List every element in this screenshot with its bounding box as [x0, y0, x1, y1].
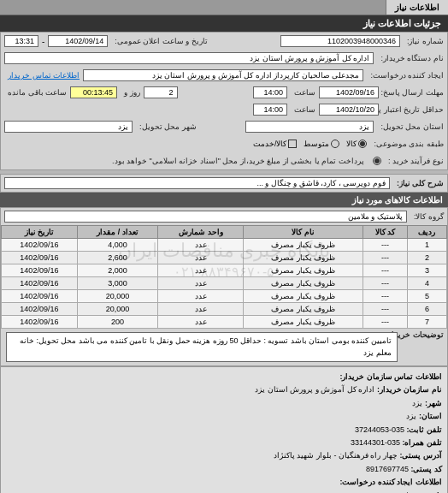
process-value: پرداخت تمام یا بخشی از مبلغ خرید،از محل … — [109, 157, 364, 165]
table-cell: --- — [363, 290, 407, 303]
table-cell: 200 — [77, 316, 158, 329]
table-row[interactable]: 7---ظروف یکبار مصرفعدد2001402/09/16 — [2, 316, 447, 329]
footer-fax: 035-33144301 — [351, 438, 400, 447]
datetime-label: تاریخ و ساعت اعلان عمومی: — [111, 37, 208, 45]
table-cell: عدد — [158, 303, 244, 316]
table-cell: 1 — [407, 239, 446, 252]
table-cell: 1402/09/16 — [2, 290, 78, 303]
summary-label: شرح کلی نیاز: — [393, 179, 444, 187]
tab-need-info[interactable]: اطلاعات نیاز — [386, 0, 448, 15]
table-header: کد کالا — [363, 226, 407, 239]
group-label: گروه کالا: — [410, 212, 444, 221]
table-cell: ظروف یکبار مصرف — [244, 316, 363, 329]
footer-city: یزد — [412, 399, 422, 407]
footer-phone-label: تلفن ثابت: — [407, 425, 443, 434]
radio-medium[interactable]: متوسط — [304, 140, 339, 148]
city-label: شهر محل تحویل: — [136, 122, 197, 131]
buyer-value: اداره کل آموزش و پرورش استان یزد — [4, 52, 374, 64]
validity-time: 14:00 — [253, 104, 287, 116]
main-form: شماره نیاز: 1102003948000346 تاریخ و ساع… — [0, 32, 448, 170]
category-label: طبقه بندی موضوعی: — [370, 140, 444, 148]
table-cell: 1402/09/16 — [2, 264, 78, 277]
process-label: نوع فرآیند خرید : — [385, 157, 444, 165]
table-row[interactable]: 1---ظروف یکبار مصرفعدد4,0001402/09/16 — [2, 239, 447, 252]
announce-time: 13:31 — [4, 35, 38, 47]
group-value: پلاستیک و ملامین — [4, 211, 407, 223]
footer-org-label: نام سازمان خریدار: — [377, 385, 442, 394]
table-cell: ظروف یکبار مصرف — [244, 239, 363, 252]
table-header: ردیف — [407, 226, 446, 239]
buyer-contact-link[interactable]: اطلاعات تماس خریدار — [4, 71, 80, 80]
table-header: تاریخ نیاز — [2, 226, 78, 239]
table-cell: ظروف یکبار مصرف — [244, 277, 363, 290]
footer-province-label: استان: — [419, 412, 442, 420]
check-service-label: کالا/خدمت — [253, 140, 287, 148]
footer-postal-label: کد پستی: — [411, 465, 443, 473]
table-cell: ظروف یکبار مصرف — [244, 264, 363, 277]
remain-time: 00:13:45 — [70, 86, 117, 98]
footer-province: یزد — [406, 412, 416, 420]
footer-address: چهار راه فرهنگیان - بلوار شهید پاکنژاد — [274, 451, 398, 460]
table-row[interactable]: 6---ظروف یکبار مصرفعدد20,0001402/09/16 — [2, 303, 447, 316]
requester-label: ایجاد کننده درخواست: — [367, 71, 444, 80]
buyer-label: نام دستگاه خریدار: — [377, 54, 444, 62]
province-label: استان محل تحویل: — [377, 122, 444, 131]
radio-icon — [358, 140, 367, 148]
summary-value: فوم دوپرسی ، کارد، قاشق و چنگال و ... — [4, 177, 390, 189]
table-cell: 20,000 — [77, 303, 158, 316]
table-cell: --- — [363, 264, 407, 277]
deadline-time: 14:00 — [253, 86, 287, 98]
province-value: یزد — [245, 121, 374, 133]
remain-days: 2 — [144, 86, 178, 98]
table-cell: ظروف یکبار مصرف — [244, 303, 363, 316]
footer-section: اطلاعات تماس سازمان خریدار: نام سازمان خ… — [0, 366, 448, 493]
table-cell: 7 — [407, 316, 446, 329]
table-cell: ظروف یکبار مصرف — [244, 290, 363, 303]
table-cell: 1402/09/16 — [2, 303, 78, 316]
table-cell: --- — [363, 303, 407, 316]
table-cell: عدد — [158, 290, 244, 303]
radio-goods[interactable]: کالا — [346, 140, 367, 148]
deadline-label: مهلت ارسال پاسخ: تا تاریخ: — [382, 88, 444, 97]
announce-date: 1402/09/14 — [48, 35, 108, 47]
table-cell: 4 — [407, 277, 446, 290]
radio-medium-label: متوسط — [304, 140, 329, 148]
footer-address-label: آدرس پستی: — [400, 451, 443, 460]
table-cell: 1402/09/16 — [2, 316, 78, 329]
validity-date: 1402/10/20 — [319, 104, 379, 116]
items-section: گروه کالا: پلاستیک و ملامین ردیفکد کالان… — [0, 207, 448, 366]
radio-goods-label: کالا — [346, 140, 357, 148]
table-row[interactable]: 3---ظروف یکبار مصرفعدد2,0001402/09/16 — [2, 264, 447, 277]
table-header: واحد شمارش — [158, 226, 244, 239]
check-service[interactable]: کالا/خدمت — [253, 140, 298, 148]
table-header: نام کالا — [244, 226, 363, 239]
table-cell: --- — [363, 239, 407, 252]
footer-city-label: شهر: — [425, 399, 442, 407]
summary-section: شرح کلی نیاز: فوم دوپرسی ، کارد، قاشق و … — [0, 174, 448, 193]
table-row[interactable]: 5---ظروف یکبار مصرفعدد20,0001402/09/16 — [2, 290, 447, 303]
table-row[interactable]: 2---ظروف یکبار مصرفعدد2,6001402/09/16 — [2, 252, 447, 264]
table-cell: 1402/09/16 — [2, 277, 78, 290]
radio-icon — [373, 157, 381, 165]
table-row[interactable]: 4---ظروف یکبار مصرفعدد3,0001402/09/16 — [2, 277, 447, 290]
table-cell: عدد — [158, 264, 244, 277]
table-cell: 2 — [407, 252, 446, 264]
buyer-desc-value: تامیین کننده بومی استان باشد تسویه : حدا… — [6, 332, 398, 362]
table-cell: --- — [363, 316, 407, 329]
table-cell: --- — [363, 277, 407, 290]
process-radio[interactable] — [373, 157, 381, 165]
table-cell: 5 — [407, 290, 446, 303]
table-cell: 2,600 — [77, 252, 158, 264]
city-value: یزد — [4, 121, 133, 133]
table-cell: 20,000 — [77, 290, 158, 303]
deadline-time-label: ساعت — [291, 88, 315, 97]
items-table: ردیفکد کالانام کالاواحد شمارشتعداد / مقد… — [1, 225, 447, 329]
footer-fax-label: تلفن همراه: — [403, 438, 443, 447]
footer-title: اطلاعات تماس سازمان خریدار: — [340, 372, 443, 381]
table-cell: عدد — [158, 277, 244, 290]
table-cell: ظروف یکبار مصرف — [244, 252, 363, 264]
validity-label: حداقل تاریخ اعتبار پیشنهاد: تا تاریخ: — [382, 105, 444, 114]
items-header: اطلاعات کالاهای مورد نیاز — [0, 193, 448, 207]
table-cell: 1402/09/16 — [2, 239, 78, 252]
table-cell: 4,000 — [77, 239, 158, 252]
